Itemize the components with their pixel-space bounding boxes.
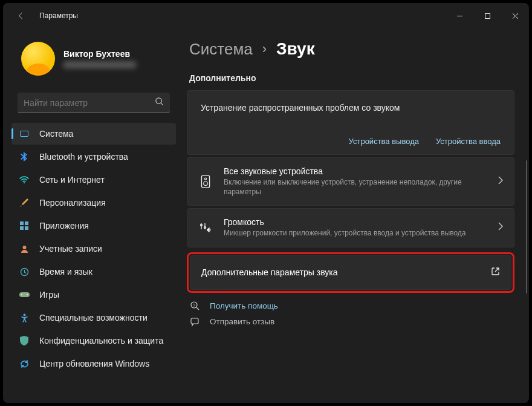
sidebar-item-label: Учетные записи [39, 244, 102, 254]
breadcrumb-parent[interactable]: Система [189, 40, 253, 59]
row-title: Все звуковые устройства [224, 166, 487, 176]
sidebar-item-label: Игры [39, 290, 59, 300]
gaming-icon [19, 289, 30, 300]
svg-point-2 [156, 98, 161, 103]
row-subtitle: Включение или выключение устройств, устр… [224, 177, 487, 197]
volume-row[interactable]: Громкость Микшер громкости приложений, у… [187, 208, 514, 247]
all-devices-row[interactable]: Все звуковые устройства Включение или вы… [187, 157, 514, 206]
sidebar-item-label: Конфиденциальность и защита [39, 336, 163, 345]
row-title: Громкость [224, 217, 487, 227]
maximize-button[interactable] [473, 3, 501, 28]
sidebar-item-label: Персонализация [39, 198, 106, 208]
clock-icon [19, 266, 30, 277]
sidebar-item-privacy[interactable]: Конфиденциальность и защита [11, 330, 176, 352]
troubleshoot-output-button[interactable]: Устройства вывода [349, 137, 419, 146]
sidebar-item-gaming[interactable]: Игры [11, 284, 176, 306]
svg-line-3 [161, 103, 163, 105]
svg-point-12 [21, 294, 22, 295]
feedback-link[interactable]: Отправить отзыв [189, 317, 514, 327]
troubleshoot-title: Устранение распространенных проблем со з… [201, 103, 501, 113]
accessibility-icon [19, 312, 30, 323]
sidebar-item-label: Центр обновления Windows [39, 359, 149, 368]
svg-point-4 [24, 182, 25, 183]
main-content: Система › Звук Дополнительно Устранение … [184, 28, 529, 403]
sidebar-item-windows-update[interactable]: Центр обновления Windows [11, 353, 176, 375]
account-block[interactable]: Виктор Бухтеев [7, 33, 181, 88]
update-icon [19, 358, 30, 369]
svg-rect-7 [20, 226, 24, 230]
window-title: Параметры [39, 11, 78, 20]
brush-icon [19, 197, 30, 208]
svg-point-17 [204, 182, 208, 186]
system-icon [19, 128, 30, 139]
section-heading: Дополнительно [189, 73, 514, 83]
svg-point-9 [22, 246, 26, 249]
nav-list: Система Bluetooth и устройства Сеть и Ин… [7, 123, 181, 375]
back-button[interactable] [10, 5, 32, 27]
search-box[interactable] [18, 93, 170, 113]
get-help-link[interactable]: ? Получить помощь [189, 301, 514, 311]
breadcrumb: Система › Звук [189, 39, 514, 59]
search-icon [155, 97, 164, 108]
wifi-icon [19, 174, 30, 185]
mixer-icon [198, 223, 213, 232]
troubleshoot-card: Устранение распространенных проблем со з… [187, 90, 514, 155]
svg-rect-6 [25, 221, 28, 225]
advanced-sound-row[interactable]: Дополнительные параметры звука [190, 255, 511, 290]
svg-text:?: ? [193, 303, 195, 307]
chevron-right-icon [498, 176, 503, 187]
svg-point-14 [23, 313, 25, 316]
shield-icon [19, 335, 30, 346]
speaker-icon [198, 175, 213, 188]
chevron-right-icon [498, 222, 503, 233]
avatar [21, 42, 55, 76]
sidebar-item-network[interactable]: Сеть и Интернет [11, 169, 176, 191]
sidebar: Виктор Бухтеев Система [3, 28, 184, 403]
sidebar-item-accessibility[interactable]: Специальные возможности [11, 307, 176, 329]
titlebar: Параметры [3, 3, 529, 28]
row-title: Дополнительные параметры звука [201, 267, 480, 277]
sidebar-item-label: Приложения [39, 221, 89, 231]
bluetooth-icon [19, 151, 30, 162]
link-label: Получить помощь [210, 301, 278, 310]
svg-point-13 [27, 294, 28, 295]
highlighted-box: Дополнительные параметры звука [187, 252, 514, 293]
svg-rect-11 [19, 292, 30, 297]
sidebar-item-label: Время и язык [39, 267, 92, 277]
close-button[interactable] [501, 3, 529, 28]
help-icon: ? [189, 301, 201, 311]
svg-rect-1 [485, 13, 490, 18]
minimize-button[interactable] [446, 3, 473, 28]
sidebar-item-time-language[interactable]: Время и язык [11, 261, 176, 283]
troubleshoot-input-button[interactable]: Устройства ввода [436, 137, 501, 146]
settings-window: Параметры Виктор Бухтеев [3, 3, 529, 403]
account-name: Виктор Бухтеев [63, 49, 136, 59]
breadcrumb-current: Звук [276, 39, 315, 59]
row-subtitle: Микшер громкости приложений, устройства … [224, 228, 487, 238]
sidebar-item-bluetooth[interactable]: Bluetooth и устройства [11, 146, 176, 168]
feedback-icon [189, 317, 201, 327]
account-email-blurred [63, 61, 136, 68]
accounts-icon [19, 243, 30, 254]
footer-links: ? Получить помощь Отправить отзыв [189, 301, 514, 327]
link-label: Отправить отзыв [210, 317, 274, 326]
sidebar-item-accounts[interactable]: Учетные записи [11, 238, 176, 260]
sidebar-item-label: Сеть и Интернет [39, 175, 105, 185]
search-input[interactable] [24, 98, 155, 108]
svg-point-16 [204, 178, 206, 180]
sidebar-item-label: Система [39, 129, 73, 139]
sidebar-item-label: Bluetooth и устройства [39, 152, 128, 162]
sidebar-item-apps[interactable]: Приложения [11, 215, 176, 237]
chevron-right-icon: › [262, 41, 267, 57]
sidebar-item-personalization[interactable]: Персонализация [11, 192, 176, 214]
scrollbar[interactable] [526, 160, 527, 293]
sidebar-item-system[interactable]: Система [11, 123, 176, 145]
open-external-icon [491, 267, 500, 278]
svg-rect-24 [191, 318, 198, 324]
svg-rect-5 [20, 221, 24, 225]
apps-icon [19, 220, 30, 231]
sidebar-item-label: Специальные возможности [39, 313, 148, 323]
svg-rect-8 [25, 226, 28, 230]
